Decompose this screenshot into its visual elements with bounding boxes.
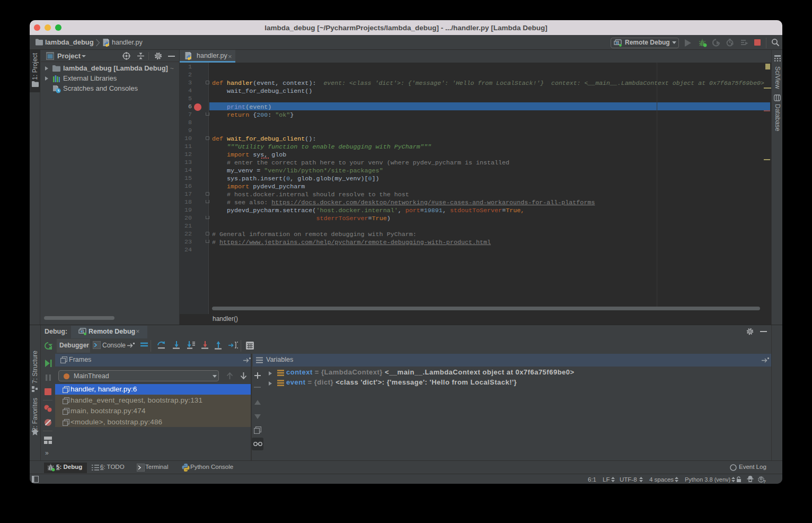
svg-text:?: ? bbox=[763, 479, 766, 484]
